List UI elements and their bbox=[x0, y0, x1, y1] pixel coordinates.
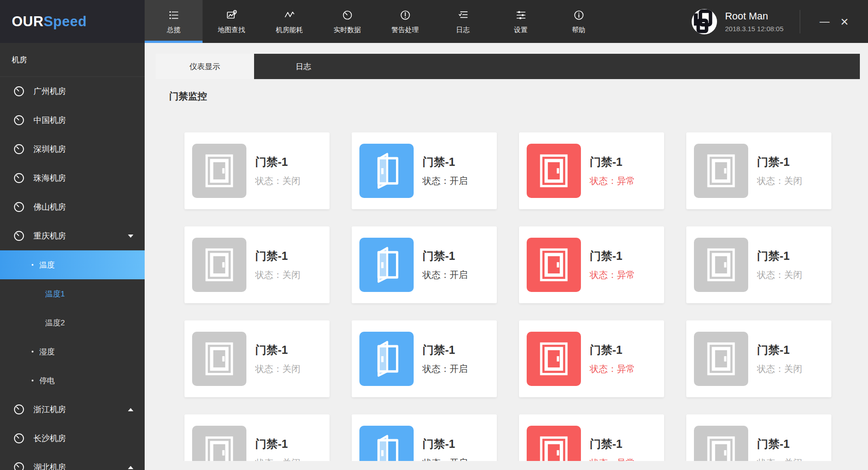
info-circle-icon bbox=[573, 9, 585, 21]
door-closed-icon bbox=[694, 238, 748, 292]
status-label: 状态： bbox=[255, 176, 283, 186]
nav-item-energy[interactable]: 机房能耗 bbox=[260, 0, 318, 43]
sidebar-item-label: 温度1 bbox=[45, 289, 65, 299]
nav-item-logs[interactable]: 日志 bbox=[434, 0, 492, 43]
gauge-icon bbox=[12, 200, 26, 214]
door-card[interactable]: 门禁-1 状态：关闭 bbox=[686, 414, 831, 461]
sidebar-item-temperature-2[interactable]: 温度2 bbox=[0, 308, 145, 337]
door-card-title: 门禁-1 bbox=[757, 155, 802, 169]
nav-item-settings[interactable]: 设置 bbox=[492, 0, 550, 43]
sidebar-item-humidity[interactable]: 湿度 bbox=[0, 337, 145, 366]
door-card-status: 状态：开启 bbox=[423, 457, 468, 461]
door-card[interactable]: 门禁-1 状态：关闭 bbox=[184, 414, 330, 461]
sidebar-item-chongqing-room[interactable]: 重庆机房 bbox=[0, 221, 145, 250]
tab-bar: 仪表显示 日志 bbox=[156, 54, 860, 79]
sidebar-title: 机房 bbox=[0, 43, 145, 77]
status-label: 状态： bbox=[757, 364, 784, 374]
status-label: 状态： bbox=[423, 364, 450, 374]
door-card[interactable]: 门禁-1 状态：开启 bbox=[352, 132, 497, 209]
top-bar: OURSpeed 总揽 地图查找 机房能耗 实时数据 警告处理 日志 设置 帮助 bbox=[0, 0, 868, 43]
status-value: 关闭 bbox=[784, 270, 802, 280]
door-card-status: 状态：异常 bbox=[590, 457, 635, 461]
door-card[interactable]: 门禁-1 状态：关闭 bbox=[184, 226, 330, 303]
door-card-text: 门禁-1 状态：异常 bbox=[590, 343, 635, 375]
status-value: 异常 bbox=[617, 458, 635, 461]
sidebar-item-changsha-room[interactable]: 长沙机房 bbox=[0, 424, 145, 453]
door-open-icon bbox=[359, 332, 414, 386]
door-closed-icon bbox=[192, 426, 246, 461]
nav-item-help[interactable]: 帮助 bbox=[550, 0, 608, 43]
bullet-dot bbox=[32, 264, 33, 266]
door-card[interactable]: 门禁-1 状态：关闭 bbox=[184, 320, 330, 397]
alert-circle-icon bbox=[399, 9, 411, 21]
door-closed-icon bbox=[192, 144, 246, 198]
door-card-text: 门禁-1 状态：关闭 bbox=[255, 249, 301, 281]
nav-label: 警告处理 bbox=[392, 26, 419, 34]
door-card-text: 门禁-1 状态：开启 bbox=[423, 249, 468, 281]
app-window: OURSpeed 总揽 地图查找 机房能耗 实时数据 警告处理 日志 设置 帮助 bbox=[0, 0, 868, 470]
tab-log[interactable]: 日志 bbox=[254, 54, 353, 79]
status-label: 状态： bbox=[590, 176, 617, 186]
tab-gauge-display[interactable]: 仪表显示 bbox=[156, 54, 254, 79]
user-info: Root Man 2018.3.15 12:08:05 bbox=[725, 10, 783, 33]
avatar[interactable] bbox=[691, 9, 717, 35]
sidebar-item-guangzhou-room[interactable]: 广州机房 bbox=[0, 77, 145, 106]
door-closed-icon bbox=[192, 238, 246, 292]
chevron-up-icon[interactable] bbox=[128, 466, 133, 469]
door-card[interactable]: 门禁-1 状态：关闭 bbox=[686, 132, 831, 209]
nav-item-map-search[interactable]: 地图查找 bbox=[203, 0, 260, 43]
gauge-icon bbox=[12, 432, 26, 445]
sidebar-item-china-room[interactable]: 中国机房 bbox=[0, 106, 145, 135]
tab-label: 仪表显示 bbox=[189, 61, 220, 72]
door-card-status: 状态：开启 bbox=[423, 175, 468, 187]
door-card[interactable]: 门禁-1 状态：开启 bbox=[352, 226, 497, 303]
sidebar-item-temperature-1[interactable]: 温度1 bbox=[0, 279, 145, 308]
door-card-title: 门禁-1 bbox=[423, 437, 468, 451]
checklist-icon bbox=[457, 9, 469, 21]
nav-item-realtime[interactable]: 实时数据 bbox=[318, 0, 376, 43]
sidebar-item-zhuhai-room[interactable]: 珠海机房 bbox=[0, 164, 145, 193]
sidebar-item-shenzhen-room[interactable]: 深圳机房 bbox=[0, 135, 145, 164]
door-card[interactable]: 门禁-1 状态：异常 bbox=[519, 132, 664, 209]
chevron-up-icon[interactable] bbox=[128, 408, 133, 411]
door-card-status: 状态：关闭 bbox=[255, 363, 301, 375]
nav-label: 实时数据 bbox=[334, 26, 361, 34]
door-card-title: 门禁-1 bbox=[255, 343, 301, 357]
close-button[interactable]: × bbox=[835, 14, 854, 29]
sidebar-item-hubei-room[interactable]: 湖北机房 bbox=[0, 453, 145, 470]
door-card-text: 门禁-1 状态：关闭 bbox=[255, 437, 301, 461]
sidebar-item-temperature[interactable]: 温度 bbox=[0, 250, 145, 279]
door-open-icon bbox=[359, 426, 414, 461]
door-card-status: 状态：开启 bbox=[423, 269, 468, 281]
door-card[interactable]: 门禁-1 状态：异常 bbox=[519, 320, 664, 397]
status-value: 开启 bbox=[450, 458, 468, 461]
door-card[interactable]: 门禁-1 状态：异常 bbox=[519, 226, 664, 303]
door-card-text: 门禁-1 状态：关闭 bbox=[757, 437, 802, 461]
app-body: 机房 广州机房 中国机房 深圳机房 珠海机房 佛山机房 重庆机房 温度 bbox=[0, 43, 868, 470]
door-card-status: 状态：关闭 bbox=[757, 175, 802, 187]
door-card[interactable]: 门禁-1 状态：关闭 bbox=[686, 320, 831, 397]
minimize-button[interactable]: — bbox=[815, 16, 835, 28]
chevron-down-icon[interactable] bbox=[128, 235, 133, 238]
sidebar-item-label: 中国机房 bbox=[33, 115, 66, 126]
sidebar-item-foshan-room[interactable]: 佛山机房 bbox=[0, 193, 145, 221]
door-card-status: 状态：关闭 bbox=[757, 269, 802, 281]
nav-item-overview[interactable]: 总揽 bbox=[145, 0, 203, 43]
door-card-text: 门禁-1 状态：开启 bbox=[423, 343, 468, 375]
door-card[interactable]: 门禁-1 状态：开启 bbox=[352, 414, 497, 461]
status-label: 状态： bbox=[255, 270, 283, 280]
status-value: 关闭 bbox=[283, 176, 301, 186]
door-card[interactable]: 门禁-1 状态：开启 bbox=[352, 320, 497, 397]
sidebar-list: 广州机房 中国机房 深圳机房 珠海机房 佛山机房 重庆机房 温度 温度1 bbox=[0, 77, 145, 470]
sidebar-item-power-outage[interactable]: 停电 bbox=[0, 366, 145, 395]
gauge-icon bbox=[12, 229, 26, 243]
map-search-icon bbox=[226, 9, 238, 21]
sidebar-item-zhejiang-room[interactable]: 浙江机房 bbox=[0, 395, 145, 424]
door-card-status: 状态：关闭 bbox=[757, 363, 802, 375]
door-card[interactable]: 门禁-1 状态：关闭 bbox=[686, 226, 831, 303]
nav-item-alerts[interactable]: 警告处理 bbox=[376, 0, 434, 43]
door-card-text: 门禁-1 状态：关闭 bbox=[255, 155, 301, 187]
door-card[interactable]: 门禁-1 状态：关闭 bbox=[184, 132, 330, 209]
sidebar-item-label: 温度2 bbox=[45, 318, 65, 328]
door-card[interactable]: 门禁-1 状态：异常 bbox=[519, 414, 664, 461]
